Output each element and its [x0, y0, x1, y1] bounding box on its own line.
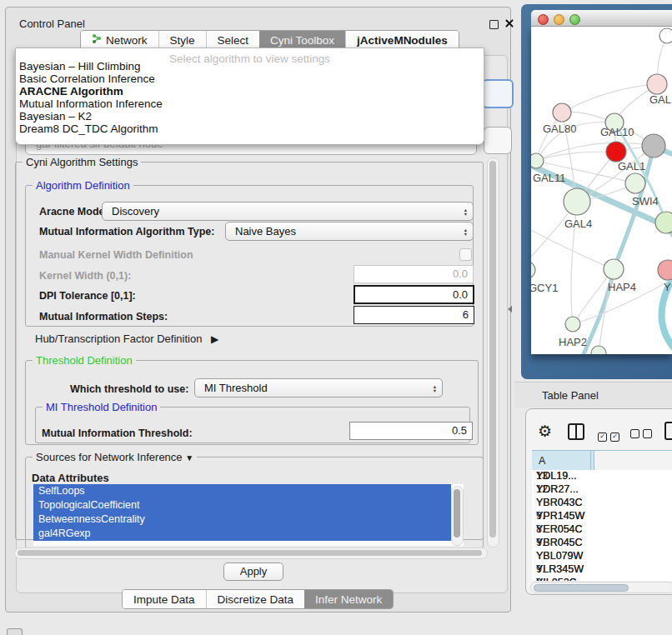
node-label: Y — [664, 281, 671, 293]
columns-icon[interactable] — [568, 423, 584, 440]
expand-right-icon[interactable]: ▶ — [211, 333, 218, 345]
table-cell: 9. — [536, 537, 583, 548]
tab-cyni-toolbox-label: Cyni Toolbox — [270, 34, 334, 47]
network-node-hap4[interactable] — [604, 259, 624, 279]
close-traffic-light-icon[interactable] — [538, 14, 549, 25]
tab-jactivemnodules[interactable]: jActiveMNodules — [345, 31, 459, 49]
data-attributes-label: Data Attributes — [32, 472, 109, 484]
table-row[interactable]: YDL19...YDL19...13 — [532, 470, 672, 483]
gear-icon[interactable]: ⚙ — [538, 423, 552, 439]
which-threshold-label: Which threshold to use: — [70, 383, 188, 395]
algorithm-option-bayesian-hill-climbing[interactable]: Bayesian – Hill Climbing — [18, 60, 478, 72]
table-cell: 9. — [536, 563, 583, 575]
network-node-gal4[interactable] — [564, 188, 590, 215]
network-node[interactable] — [642, 134, 665, 158]
kernel-width-field[interactable]: 0.0 — [354, 265, 474, 283]
mi-threshold-field[interactable]: 0.5 — [349, 422, 473, 440]
settings-vscrollbar[interactable] — [487, 158, 499, 548]
settings-hscrollbar[interactable] — [14, 548, 488, 559]
data-attribute-selfloops[interactable]: SelfLoops — [33, 484, 451, 498]
table-cell: 12 — [536, 483, 583, 495]
tab-style[interactable]: Style — [158, 31, 206, 49]
tab-select-label: Select — [218, 34, 249, 47]
network-canvas[interactable]: GALGAL80GAL10GAL1GAL11GAL4SWI4GCY1HAP4YH… — [531, 27, 672, 354]
tab-discretize-data[interactable]: Discretize Data — [206, 590, 305, 608]
tab-impute-data-label: Impute Data — [133, 593, 195, 606]
table-body: YDL19...YDL19...13YDR27...YDR27...12YBR0… — [532, 470, 672, 581]
settings-vscrollbar-thumb[interactable] — [489, 161, 496, 538]
attributes-scrollbar-thumb[interactable] — [454, 489, 460, 538]
network-node-gal80[interactable] — [553, 103, 571, 122]
mi-steps-field[interactable]: 6 — [354, 306, 474, 324]
tab-network[interactable]: Network — [81, 31, 158, 49]
partial-combobox-focused[interactable] — [482, 79, 514, 108]
chevron-updown-icon: ▴▾ — [459, 208, 473, 216]
manual-kernel-checkbox[interactable] — [459, 248, 472, 261]
table-row[interactable]: YER054CYER054C8. — [532, 523, 672, 537]
algorithm-option-dream8-dc-tdc-algorithm[interactable]: Dream8 DC_TDC Algorithm — [18, 122, 478, 135]
data-attribute-topologicalcoefficient[interactable]: TopologicalCoefficient — [33, 498, 451, 512]
collapse-down-icon[interactable]: ▼ — [185, 453, 193, 462]
algorithm-option-mutual-information-inference[interactable]: Mutual Information Inference — [18, 98, 478, 110]
data-attributes-list[interactable]: SelfLoopsTopologicalCoefficientBetweenne… — [33, 484, 464, 546]
settings-hscrollbar-thumb[interactable] — [18, 550, 482, 556]
network-node-swi4[interactable] — [655, 212, 672, 233]
network-node-y[interactable] — [658, 260, 672, 280]
hub-definition-label: Hub/Transcription Factor Definition — [35, 332, 202, 345]
node-label: SWI4 — [632, 195, 659, 208]
table-row[interactable]: YBR045CYBR045C9. — [532, 537, 672, 550]
tab-impute-data[interactable]: Impute Data — [123, 590, 206, 608]
node-label: GCY1 — [531, 282, 558, 294]
network-node-gal1[interactable] — [625, 173, 645, 193]
minimize-traffic-light-icon[interactable] — [554, 14, 564, 25]
hub-definition-toggle[interactable]: Hub/Transcription Factor Definition ▶ — [35, 332, 218, 345]
table-row[interactable]: YIL052CYIL052C0. — [532, 577, 672, 581]
column-header-a[interactable]: A — [532, 451, 591, 470]
network-node-hap2[interactable] — [565, 317, 580, 332]
tab-select[interactable]: Select — [206, 31, 260, 49]
threshold-definition-title: Threshold Definition — [33, 354, 136, 367]
mi-steps-label: Mutual Information Steps: — [39, 311, 168, 322]
network-window-titlebar[interactable] — [531, 10, 672, 27]
table-row[interactable]: YBR043CYBR043C — [532, 497, 672, 510]
table-row[interactable]: YLR345WYLR345W9. — [532, 563, 672, 577]
node-label: GAL1 — [618, 160, 645, 172]
network-node[interactable] — [591, 346, 606, 354]
table-cell: 9. — [536, 510, 583, 522]
tab-style-label: Style — [170, 34, 195, 47]
algorithm-option-aracne-algorithm[interactable]: ARACNE Algorithm — [18, 85, 478, 98]
zoom-traffic-light-icon[interactable] — [569, 14, 580, 25]
close-icon[interactable] — [504, 18, 514, 28]
table-cell: 13 — [536, 470, 583, 482]
tab-cyni-toolbox[interactable]: Cyni Toolbox — [259, 31, 345, 49]
table-row[interactable]: YDR27...YDR27...12 — [532, 483, 672, 497]
mi-type-select[interactable]: Naive Bayes ▴▾ — [225, 222, 474, 241]
aracne-mode-select[interactable]: Discovery ▴▾ — [102, 202, 474, 221]
which-threshold-select[interactable]: MI Threshold ▴▾ — [194, 378, 443, 398]
attributes-scrollbar[interactable] — [451, 486, 464, 546]
network-node-gcy1[interactable] — [531, 262, 535, 278]
network-node-gal11[interactable] — [531, 153, 544, 168]
splitter-collapse-icon[interactable] — [508, 306, 512, 312]
table-row[interactable]: YBL079WYBL079W — [532, 550, 672, 563]
algorithm-option-bayesian-k2[interactable]: Bayesian – K2 — [18, 110, 478, 122]
algorithm-option-basic-correlation-inference[interactable]: Basic Correlation Inference — [18, 72, 478, 85]
checked-boxes-icon[interactable]: ✓✓ — [598, 427, 619, 442]
unchecked-boxes-icon[interactable] — [630, 427, 652, 442]
tab-infer-network[interactable]: Infer Network — [304, 590, 393, 608]
node-label: GAL11 — [533, 172, 566, 184]
dpi-tolerance-field[interactable]: 0.0 — [354, 285, 474, 304]
float-window-icon[interactable] — [489, 20, 499, 29]
partial-combobox[interactable] — [484, 127, 512, 154]
table-hscrollbar[interactable] — [530, 582, 672, 593]
apply-button[interactable]: Apply — [223, 562, 283, 581]
table-row[interactable]: YPR145WYPR145W9. — [532, 510, 672, 523]
table-hscrollbar-thumb[interactable] — [534, 584, 629, 592]
network-node-gal[interactable] — [647, 74, 667, 94]
table-file-icon[interactable] — [664, 422, 672, 440]
node-label: HAP2 — [559, 336, 587, 348]
network-node[interactable] — [606, 142, 626, 162]
data-attribute-gal4rgexp[interactable]: gal4RGexp — [33, 527, 451, 541]
network-node[interactable] — [659, 28, 672, 43]
data-attribute-betweennesscentrality[interactable]: BetweennessCentrality — [33, 512, 451, 527]
